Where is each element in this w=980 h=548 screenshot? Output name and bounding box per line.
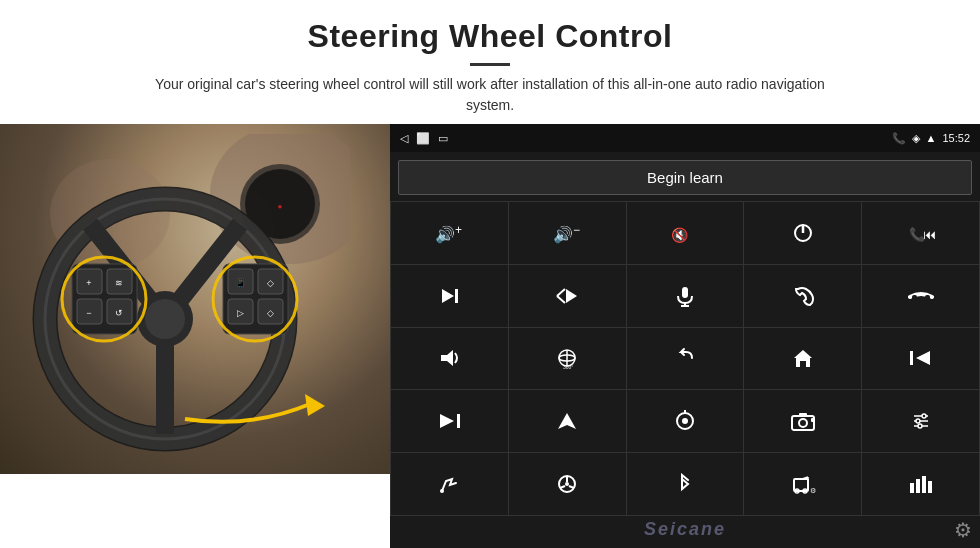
svg-marker-47 [566, 289, 577, 303]
svg-marker-60 [916, 351, 930, 365]
location-status-icon: ◈ [912, 132, 920, 145]
status-bar: ◁ ⬜ ▭ 📞 ◈ ▲ 15:52 [390, 124, 980, 152]
svg-text:🔊: 🔊 [553, 225, 573, 244]
svg-text:360°: 360° [563, 364, 573, 369]
svg-rect-92 [928, 481, 932, 493]
steering-control-button[interactable] [509, 453, 626, 515]
equalizer-button[interactable] [862, 390, 979, 452]
svg-text:↺: ↺ [115, 308, 123, 318]
header: Steering Wheel Control Your original car… [0, 0, 980, 124]
fast-forward-button[interactable] [391, 390, 508, 452]
call-prev-button[interactable]: 📞 ⏮ [862, 202, 979, 264]
rewind-button[interactable] [862, 328, 979, 390]
bluetooth-button[interactable] [627, 453, 744, 515]
svg-point-77 [440, 489, 444, 493]
navigate-button[interactable] [509, 390, 626, 452]
svg-marker-61 [440, 414, 454, 428]
svg-marker-63 [558, 413, 576, 429]
nav-icons: ◁ ⬜ ▭ [400, 132, 448, 145]
svg-text:🔇: 🔇 [671, 227, 689, 244]
svg-rect-91 [922, 476, 926, 493]
phone-status-icon: 📞 [892, 132, 906, 145]
recent-nav-icon[interactable]: ▭ [438, 132, 448, 145]
svg-line-82 [569, 486, 574, 488]
page-title: Steering Wheel Control [60, 18, 920, 55]
svg-point-76 [918, 424, 922, 428]
vol-down-button[interactable]: 🔊− [509, 202, 626, 264]
controls-grid: 🔊+ 🔊− 🔇 [390, 201, 980, 516]
svg-point-74 [916, 419, 920, 423]
subtitle-text: Your original car's steering wheel contr… [140, 74, 840, 116]
clock: 15:52 [942, 132, 970, 144]
svg-point-75 [922, 414, 926, 418]
svg-text:📱: 📱 [235, 277, 247, 289]
svg-rect-89 [910, 483, 914, 493]
title-divider [470, 63, 510, 66]
svg-point-79 [565, 482, 569, 486]
page: Steering Wheel Control Your original car… [0, 0, 980, 548]
svg-rect-62 [457, 414, 460, 428]
home-nav-icon[interactable]: ⬜ [416, 132, 430, 145]
spectrum-button[interactable] [862, 453, 979, 515]
mic-button[interactable] [627, 265, 744, 327]
draw-button[interactable] [391, 453, 508, 515]
svg-text:−: − [573, 223, 580, 237]
svg-marker-58 [794, 350, 812, 367]
svg-text:+: + [86, 278, 91, 288]
svg-text:◇: ◇ [267, 308, 274, 318]
svg-marker-43 [442, 289, 454, 303]
svg-text:●: ● [278, 202, 283, 211]
svg-point-68 [799, 419, 807, 427]
settings-gear-icon[interactable]: ⚙ [954, 518, 972, 542]
view-360-button[interactable]: 360° [509, 328, 626, 390]
back-button[interactable] [627, 328, 744, 390]
home-button[interactable] [744, 328, 861, 390]
music-button[interactable]: ⚙ [744, 453, 861, 515]
source-button[interactable] [627, 390, 744, 452]
bottom-bar: Seicane ⚙ [390, 516, 980, 548]
steering-wheel-image: ● + ≋ − ↺ [0, 124, 390, 474]
svg-rect-51 [912, 295, 917, 301]
svg-point-65 [682, 418, 688, 424]
watermark-text: Seicane [644, 519, 726, 540]
svg-point-12 [145, 299, 185, 339]
svg-text:≋: ≋ [115, 278, 123, 288]
begin-learn-row: Begin learn [390, 152, 980, 201]
announce-button[interactable] [391, 328, 508, 390]
svg-rect-90 [916, 479, 920, 493]
svg-rect-59 [910, 351, 913, 365]
svg-line-81 [560, 486, 565, 488]
svg-rect-69 [799, 413, 807, 417]
svg-marker-33 [305, 394, 325, 416]
steering-wheel-svg: ● + ≋ − ↺ [10, 134, 350, 464]
camera-button[interactable] [744, 390, 861, 452]
power-button[interactable] [744, 202, 861, 264]
svg-rect-44 [455, 289, 458, 303]
wifi-status-icon: ▲ [926, 132, 937, 144]
svg-marker-53 [441, 350, 453, 366]
svg-rect-70 [811, 418, 815, 422]
svg-text:+: + [455, 223, 462, 237]
svg-text:▷: ▷ [237, 308, 244, 318]
skip-ff-button[interactable] [509, 265, 626, 327]
call-button[interactable] [744, 265, 861, 327]
begin-learn-button[interactable]: Begin learn [398, 160, 972, 195]
vol-up-button[interactable]: 🔊+ [391, 202, 508, 264]
next-track-button[interactable] [391, 265, 508, 327]
svg-line-45 [557, 289, 565, 296]
status-icons: 📞 ◈ ▲ 15:52 [892, 132, 970, 145]
svg-text:−: − [86, 308, 91, 318]
content-area: ● + ≋ − ↺ [0, 124, 980, 548]
svg-text:⚙: ⚙ [810, 487, 816, 494]
svg-rect-48 [682, 287, 688, 298]
svg-line-46 [557, 296, 565, 303]
svg-text:🔊: 🔊 [435, 225, 455, 244]
hang-up-button[interactable] [862, 265, 979, 327]
head-unit-panel: ◁ ⬜ ▭ 📞 ◈ ▲ 15:52 Begin learn [390, 124, 980, 548]
svg-text:◇: ◇ [267, 278, 274, 288]
back-nav-icon[interactable]: ◁ [400, 132, 408, 145]
mute-button[interactable]: 🔇 [627, 202, 744, 264]
svg-text:⏮: ⏮ [923, 227, 935, 242]
android-panel: ◁ ⬜ ▭ 📞 ◈ ▲ 15:52 Begin learn [390, 124, 980, 516]
svg-rect-52 [925, 295, 930, 301]
